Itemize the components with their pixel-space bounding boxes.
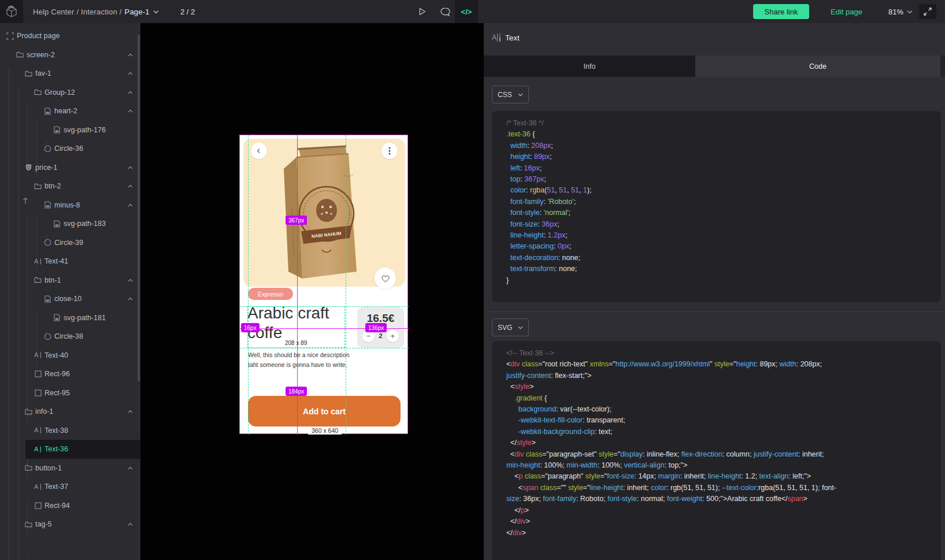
chevron-up-icon[interactable] (128, 53, 133, 57)
code-line: <div class="paragraph-set" style="displa… (506, 449, 935, 460)
layer-row-btn-2[interactable]: btn-2 (0, 177, 140, 196)
code-line: font-size: 36px; (506, 219, 935, 230)
chevron-up-icon[interactable] (128, 522, 133, 526)
folder-icon (24, 407, 33, 416)
svg-format-dropdown[interactable]: SVG (492, 318, 529, 336)
layer-row-svg-path-183[interactable]: svg-path-183 (0, 214, 140, 233)
layer-row-button-1[interactable]: button-1 (0, 459, 140, 478)
layer-row-close-10[interactable]: close-10 (0, 290, 140, 309)
layer-row-rect-95[interactable]: Rect-95 (0, 384, 140, 403)
layer-label: svg-path-181 (64, 314, 106, 322)
layer-label: screen-2 (27, 51, 55, 59)
layer-label: svg-path-183 (64, 220, 106, 228)
chevron-up-icon[interactable] (128, 279, 133, 282)
svg-code-block[interactable]: <!-- Text-36 --><div class="root rich-te… (492, 341, 941, 560)
layer-row-product page[interactable]: Product page (0, 27, 140, 46)
layer-row-text-37[interactable]: AText-37 (0, 477, 140, 496)
layer-row-text-38[interactable]: AText-38 (0, 421, 140, 440)
code-line: <style> (506, 381, 935, 392)
chevron-up-icon[interactable] (128, 109, 133, 113)
artboard-product-page[interactable]: NABI NAHUM Expresso Arabic craft coffe 1… (239, 135, 408, 434)
svg-text:A: A (34, 427, 39, 433)
frame-icon (6, 32, 14, 40)
favorite-button[interactable] (375, 268, 396, 289)
layer-label: Text-37 (45, 483, 68, 491)
code-line: background: var(--text-color); (506, 404, 935, 415)
edit-page-link[interactable]: Edit page (831, 0, 862, 23)
add-to-cart-button[interactable]: Add to cart (248, 396, 401, 427)
code-line: font-family: 'Roboto'; (506, 196, 935, 207)
breadcrumb-path: Help Center / Interaction / (33, 8, 122, 16)
code-icon: </> (461, 8, 472, 16)
layer-row-text-40[interactable]: AText-40 (0, 346, 140, 365)
layer-row-heart-2[interactable]: heart-2 (0, 102, 140, 121)
layer-label: close-10 (54, 295, 81, 303)
layer-row-price-1[interactable]: price-1 (0, 158, 140, 177)
layer-row-svg-path-181[interactable]: svg-path-181 (0, 309, 140, 328)
layer-row-rect-94[interactable]: Rect-94 (0, 496, 140, 516)
text-layer-icon: A​╽ (492, 34, 502, 42)
layer-label: Circle-38 (54, 332, 83, 340)
text-icon: A (34, 351, 42, 359)
play-icon (417, 6, 427, 17)
css-code-block[interactable]: /* Text-36 */.text-36 { width: 208px; he… (492, 111, 941, 302)
back-button[interactable] (251, 143, 267, 159)
layer-row-circle-38[interactable]: Circle-38 (0, 327, 140, 346)
chevron-up-icon[interactable] (128, 184, 133, 188)
app-logo[interactable] (0, 0, 23, 23)
comments-button[interactable] (433, 0, 457, 23)
svg-file-icon (53, 125, 61, 134)
chevron-up-icon[interactable] (128, 410, 133, 413)
zoom-level-value: 81% (888, 8, 903, 16)
rect-icon (34, 388, 42, 397)
guide-horizontal (240, 348, 409, 348)
layer-row-screen-2[interactable]: screen-2 (0, 46, 140, 65)
measure-badge-bottom: 184px (286, 387, 307, 396)
chevron-up-icon[interactable] (128, 166, 133, 169)
folder-icon (34, 276, 42, 284)
code-line: <!-- Text-36 --> (506, 348, 935, 359)
layer-row-minus-8[interactable]: minus-8 (0, 196, 140, 215)
layer-row-circle-39[interactable]: Circle-39 (0, 233, 140, 253)
layer-row-tag-5[interactable]: tag-5 (0, 515, 140, 534)
layer-row-svg-path-176[interactable]: svg-path-176 (0, 121, 140, 140)
css-format-dropdown[interactable]: CSS (492, 86, 529, 103)
code-mode-button[interactable]: </> (455, 0, 478, 23)
layer-row-info-1[interactable]: info-1 (0, 402, 140, 421)
layer-label: info-1 (35, 407, 53, 416)
code-line: font-style: 'normal'; (506, 207, 935, 218)
zoom-level-dropdown[interactable]: 81% (888, 0, 913, 23)
layer-row-text-36[interactable]: AText-36 (0, 440, 140, 459)
preview-play-button[interactable] (410, 0, 433, 23)
layer-row-rect-96[interactable]: Rect-96 (0, 365, 140, 384)
fullscreen-button[interactable] (919, 4, 936, 19)
svg-file-icon (53, 313, 61, 322)
layer-row-btn-1[interactable]: btn-1 (0, 271, 140, 290)
rect-icon (34, 370, 42, 379)
quantity-increase-button[interactable]: + (387, 330, 399, 342)
layer-label: price-1 (35, 164, 57, 172)
layer-label: svg-path-176 (64, 126, 106, 134)
tab-code[interactable]: Code (695, 55, 940, 77)
tree-guide (27, 556, 28, 560)
svg-dropdown-value: SVG (498, 324, 512, 332)
more-menu-button[interactable] (381, 143, 398, 159)
category-tag[interactable]: Expresso (248, 288, 293, 300)
tab-info[interactable]: Info (484, 55, 695, 77)
chevron-up-icon[interactable] (128, 466, 133, 470)
sidebar-scrollbar[interactable] (138, 35, 140, 381)
chevron-up-icon[interactable] (128, 203, 133, 207)
layer-row-circle-36[interactable]: Circle-36 (0, 139, 140, 158)
chevron-up-icon[interactable] (128, 297, 133, 301)
layer-row-text-41[interactable]: AText-41 (0, 252, 140, 271)
code-line: width: 208px; (506, 140, 935, 151)
share-link-button[interactable]: Share link (753, 4, 809, 19)
layer-row-group-12[interactable]: Group-12 (0, 83, 140, 102)
breadcrumb[interactable]: Help Center / Interaction / Page-1 (33, 0, 159, 23)
chevron-up-icon[interactable] (128, 72, 133, 75)
layer-row-fav-1[interactable]: fav-1 (0, 64, 140, 83)
chevron-up-icon[interactable] (128, 91, 133, 94)
layers-tree: Product pagescreen-2fav-1Group-12heart-2… (0, 27, 140, 534)
panel-scrollbar-track[interactable] (940, 55, 945, 77)
design-canvas[interactable]: NABI NAHUM Expresso Arabic craft coffe 1… (140, 23, 484, 560)
